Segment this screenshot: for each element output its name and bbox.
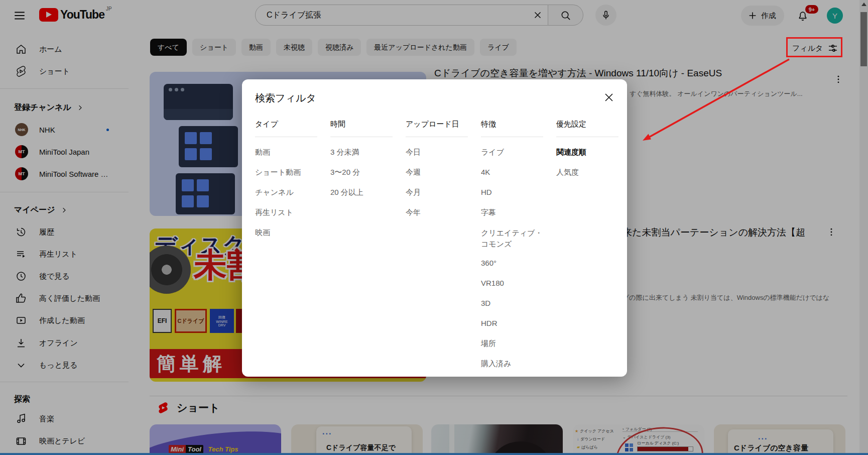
filter-column-type: タイプ 動画 ショート動画 チャンネル 再生リスト 映画 <box>255 120 317 369</box>
filter-option[interactable]: HDR <box>481 318 543 328</box>
filter-option[interactable]: 今日 <box>406 147 468 157</box>
filter-option[interactable]: 場所 <box>481 338 543 349</box>
filter-column-upload-date: アップロード日 今日 今週 今月 今年 <box>406 120 468 369</box>
filter-option[interactable]: 3 分未満 <box>330 147 393 157</box>
filter-option[interactable]: HD <box>481 187 543 197</box>
filter-option[interactable]: 360° <box>481 258 543 268</box>
filter-option[interactable]: 20 分以上 <box>330 187 393 197</box>
filter-option[interactable]: 今年 <box>406 207 468 217</box>
filter-option[interactable]: 字幕 <box>481 207 543 217</box>
filter-option[interactable]: 今月 <box>406 187 468 197</box>
filter-option[interactable]: チャンネル <box>255 187 317 197</box>
filter-column-duration: 時間 3 分未満 3〜20 分 20 分以上 <box>330 120 393 369</box>
filter-option-selected[interactable]: 関連度順 <box>556 147 618 157</box>
filter-option[interactable]: 再生リスト <box>255 207 317 217</box>
filter-option[interactable]: ショート動画 <box>255 167 317 177</box>
filter-option[interactable]: 映画 <box>255 228 317 238</box>
filter-option[interactable]: 3〜20 分 <box>330 167 393 177</box>
filter-option[interactable]: ライブ <box>481 147 543 157</box>
filter-option[interactable]: 購入済み <box>481 359 543 369</box>
dialog-title: 検索フィルタ <box>255 91 316 105</box>
filter-option[interactable]: 4K <box>481 167 543 177</box>
filter-column-features: 特徴 ライブ 4K HD 字幕 クリエイティブ・コモンズ 360° VR180 … <box>481 120 543 369</box>
search-filter-dialog: 検索フィルタ タイプ 動画 ショート動画 チャンネル 再生リスト 映画 時間 3… <box>242 79 627 377</box>
filter-highlight-box <box>786 37 842 57</box>
filter-columns: タイプ 動画 ショート動画 チャンネル 再生リスト 映画 時間 3 分未満 3〜… <box>255 120 632 369</box>
filter-option[interactable]: 動画 <box>255 147 317 157</box>
youtube-search-page: YouTube JP 作成 <box>0 0 868 455</box>
filter-option[interactable]: VR180 <box>481 278 543 288</box>
close-icon[interactable] <box>603 91 615 103</box>
filter-option[interactable]: 3D <box>481 298 543 308</box>
filter-column-sort: 優先設定 関連度順 人気度 <box>556 120 618 369</box>
filter-option[interactable]: 人気度 <box>556 167 618 177</box>
filter-option[interactable]: クリエイティブ・コモンズ <box>481 228 543 250</box>
filter-option[interactable]: 今週 <box>406 167 468 177</box>
